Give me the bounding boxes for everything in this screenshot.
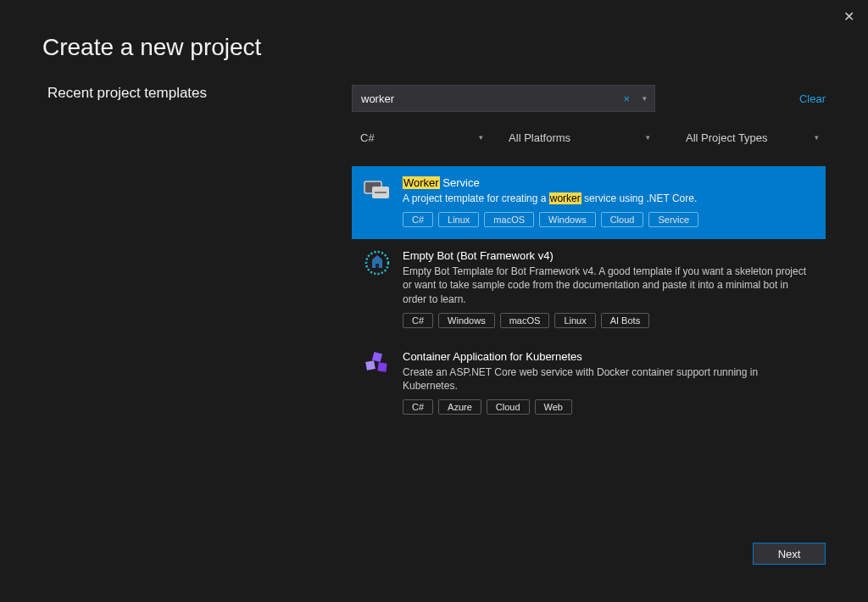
- template-item-kubernetes[interactable]: Container Application for Kubernetes Cre…: [352, 340, 826, 426]
- worker-service-icon: [364, 176, 391, 203]
- recent-templates-panel: Recent project templates: [42, 85, 352, 426]
- tag: C#: [403, 313, 433, 328]
- tag: C#: [403, 399, 433, 415]
- chevron-down-icon: ▾: [479, 133, 483, 142]
- page-title: Create a new project: [42, 34, 826, 61]
- filter-platform-select[interactable]: All Platforms ▾: [500, 125, 657, 149]
- recent-templates-heading: Recent project templates: [47, 85, 352, 102]
- tag: Windows: [438, 313, 495, 328]
- tag: AI Bots: [601, 313, 649, 328]
- tag: Cloud: [487, 399, 530, 415]
- filter-project-type-select[interactable]: All Project Types ▾: [667, 125, 826, 149]
- tag: Web: [535, 399, 572, 415]
- tag: Linux: [438, 212, 479, 227]
- template-item-empty-bot[interactable]: Empty Bot (Bot Framework v4) Empty Bot T…: [352, 239, 826, 340]
- tag: Cloud: [601, 212, 644, 227]
- search-clear-icon[interactable]: ×: [623, 92, 630, 105]
- tag: C#: [403, 212, 433, 227]
- filter-language-select[interactable]: C# ▾: [352, 125, 490, 149]
- search-input[interactable]: [352, 85, 655, 112]
- svg-rect-7: [377, 362, 387, 371]
- template-item-worker-service[interactable]: Worker Service A project template for cr…: [352, 166, 826, 239]
- svg-rect-4: [376, 264, 379, 268]
- tag: Windows: [539, 212, 596, 227]
- close-icon[interactable]: ✕: [843, 8, 854, 25]
- template-title: Worker Service: [403, 176, 814, 189]
- bot-framework-icon: [364, 249, 391, 276]
- template-title: Empty Bot (Bot Framework v4): [403, 249, 814, 262]
- chevron-down-icon: ▾: [815, 133, 819, 142]
- tag: macOS: [484, 212, 534, 227]
- tag: Linux: [554, 313, 595, 328]
- tag: Azure: [438, 399, 481, 415]
- filter-language-label: C#: [360, 131, 375, 144]
- next-button[interactable]: Next: [753, 543, 826, 565]
- search-dropdown-icon[interactable]: ▾: [643, 94, 647, 103]
- chevron-down-icon: ▾: [646, 133, 650, 142]
- kubernetes-icon: [364, 350, 391, 377]
- tag: macOS: [500, 313, 550, 328]
- template-description: Empty Bot Template for Bot Framework v4.…: [403, 265, 814, 306]
- tag: Service: [648, 212, 698, 227]
- filter-project-type-label: All Project Types: [686, 131, 768, 144]
- clear-filters-link[interactable]: Clear: [799, 92, 826, 105]
- filter-platform-label: All Platforms: [509, 131, 570, 144]
- template-title: Container Application for Kubernetes: [403, 350, 814, 363]
- template-description: A project template for creating a worker…: [403, 192, 814, 205]
- template-description: Create an ASP.NET Core web service with …: [403, 365, 814, 393]
- svg-rect-6: [365, 360, 376, 371]
